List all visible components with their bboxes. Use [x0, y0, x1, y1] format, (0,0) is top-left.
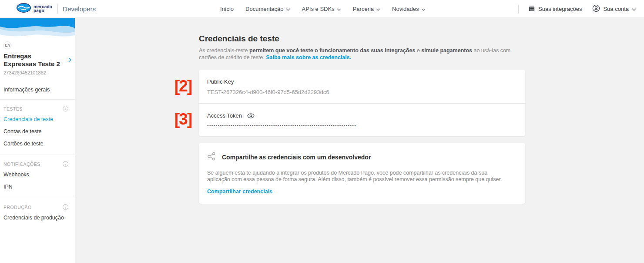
- integrations-button[interactable]: Suas integrações: [528, 5, 582, 13]
- share-icon: [207, 152, 216, 162]
- share-card-title: Compartilhe as credenciais com um desenv…: [222, 154, 371, 161]
- main-area: Credenciais de teste As credenciais-test…: [75, 18, 644, 263]
- section-title-testes: TESTES: [3, 106, 23, 111]
- access-token-label: Access Token: [207, 112, 242, 119]
- info-icon[interactable]: [63, 106, 68, 111]
- chevron-down-icon: [337, 6, 341, 12]
- account-menu[interactable]: Sua conta: [592, 4, 636, 13]
- sidebar-item-credenciais-de-producao[interactable]: Credenciais de produção: [3, 214, 71, 222]
- sidebar: En Entregas Expressas Teste 2 2734269452…: [0, 18, 75, 263]
- public-key-section: Public Key TEST-267326c4-d900-46f0-97d5-…: [199, 70, 525, 103]
- integrations-stack-icon: [528, 5, 535, 13]
- info-icon[interactable]: [63, 161, 68, 167]
- chevron-down-icon: [286, 6, 290, 12]
- sidebar-divider: [0, 198, 75, 198]
- access-token-masked-value[interactable]: ••••••••••••••••••••••••••••••••••••••••…: [207, 123, 517, 128]
- sidebar-divider: [0, 155, 75, 155]
- nav-parceria[interactable]: Parceria: [353, 6, 380, 12]
- wave-banner: [0, 18, 75, 41]
- public-key-label: Public Key: [207, 78, 234, 85]
- chevron-down-icon: [632, 6, 636, 12]
- mercadopago-logo[interactable]: mercado pago Developers: [17, 3, 96, 14]
- nav-documentacao[interactable]: Documentação: [245, 6, 290, 12]
- sidebar-item-informacoes-gerais[interactable]: Informações gerais: [3, 87, 71, 93]
- chevron-down-icon: [421, 6, 426, 12]
- share-credentials-link[interactable]: Compartilhar credenciais: [207, 189, 517, 195]
- chevron-down-icon: [376, 6, 380, 12]
- header-divider: [518, 5, 519, 13]
- top-header: mercado pago Developers Início Documenta…: [0, 0, 644, 18]
- handshake-oval-icon: [17, 3, 31, 14]
- section-title-notificacoes: NOTIFICAÇÕES: [3, 162, 40, 167]
- page-title: Credenciais de teste: [199, 34, 525, 44]
- share-credentials-card: Compartilhe as credenciais com um desenv…: [199, 143, 525, 204]
- app-id: 2734269452101882: [3, 70, 71, 75]
- language-badge[interactable]: En: [3, 41, 11, 49]
- nav-inicio[interactable]: Início: [220, 6, 234, 12]
- header-right: Suas integrações Sua conta: [518, 0, 636, 18]
- sidebar-item-webhooks[interactable]: Webhooks: [3, 171, 71, 179]
- logo-divider: [57, 4, 58, 13]
- app-name: Entregas Expressas Teste 2: [3, 52, 64, 68]
- credentials-card: Public Key TEST-267326c4-d900-46f0-97d5-…: [199, 70, 525, 136]
- public-key-value[interactable]: TEST-267326c4-d900-46f0-97d5-65d2d2293dc…: [207, 89, 517, 95]
- section-title-producao: PRODUÇÃO: [3, 205, 32, 210]
- annotation-2: [2]: [174, 78, 191, 94]
- brand-wordmark: mercado pago: [34, 5, 52, 13]
- user-avatar-icon: [592, 4, 600, 13]
- sidebar-item-cartoes-de-teste[interactable]: Cartões de teste: [3, 140, 71, 148]
- learn-more-link[interactable]: Saiba mais sobre as credenciais.: [266, 54, 351, 61]
- sidebar-divider: [0, 99, 75, 100]
- sidebar-item-credenciais-de-teste[interactable]: Credenciais de teste: [3, 115, 71, 124]
- access-token-section: Access Token •••••••••••••••••••••••••••…: [199, 103, 525, 136]
- eye-icon[interactable]: [247, 113, 255, 118]
- main-nav: Início Documentação APIs e SDKs Parceria…: [220, 0, 426, 18]
- nav-novidades[interactable]: Novidades: [392, 6, 425, 12]
- nav-apis-sdks[interactable]: APIs e SDKs: [302, 6, 341, 12]
- intro-text: As credenciais-teste permitem que você t…: [199, 47, 511, 61]
- share-card-body: Se alguém está te ajudando a integrar os…: [207, 170, 510, 183]
- developers-label: Developers: [63, 5, 96, 13]
- annotation-3: [3]: [174, 111, 191, 127]
- info-icon[interactable]: [63, 204, 68, 210]
- sidebar-item-ipn[interactable]: IPN: [3, 183, 71, 191]
- chevron-right-icon[interactable]: [68, 56, 71, 64]
- sidebar-item-contas-de-teste[interactable]: Contas de teste: [3, 128, 71, 136]
